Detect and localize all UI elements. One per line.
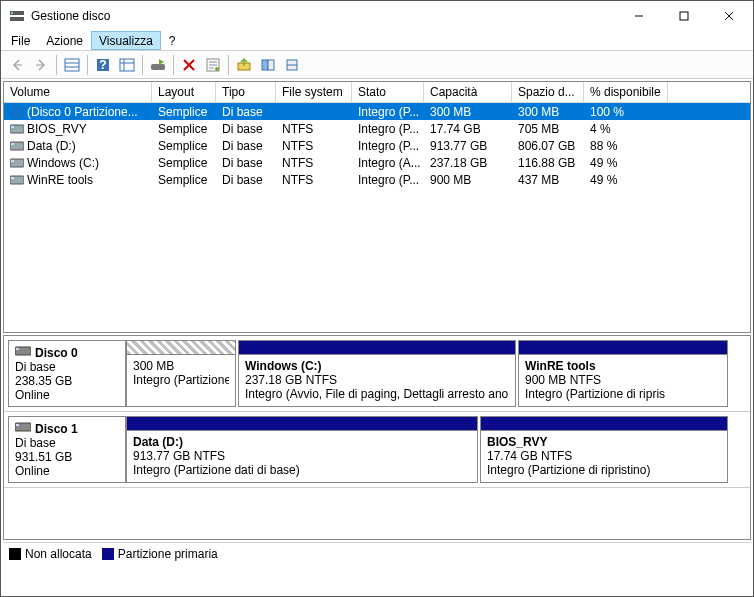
menu-help[interactable]: ?	[161, 31, 184, 50]
window-title: Gestione disco	[31, 9, 616, 23]
volume-row[interactable]: WinRE toolsSempliceDi baseNTFSIntegro (P…	[4, 171, 750, 188]
cell: NTFS	[276, 172, 352, 188]
menu-file[interactable]: File	[3, 31, 38, 50]
disk-row: Disco 1Di base931.51 GBOnlineData (D:)91…	[4, 412, 750, 488]
volume-icon	[10, 174, 24, 186]
column-header-freespace[interactable]: Spazio d...	[512, 82, 584, 102]
cell: 913.77 GB	[424, 138, 512, 154]
disk-info[interactable]: Disco 1Di base931.51 GBOnline	[8, 416, 126, 483]
disk-icon	[15, 421, 31, 436]
cell: Semplice	[152, 104, 216, 120]
volume-row[interactable]: (Disco 0 Partizione...SempliceDi baseInt…	[4, 103, 750, 120]
cell: 4 %	[584, 121, 668, 137]
close-button[interactable]	[706, 2, 751, 31]
svg-rect-35	[16, 424, 19, 426]
cell: 116.88 GB	[512, 155, 584, 171]
svg-rect-27	[11, 143, 14, 145]
column-header-type[interactable]: Tipo	[216, 82, 276, 102]
partition-box[interactable]: BIOS_RVY17.74 GB NTFSIntegro (Partizione…	[480, 416, 728, 483]
column-header-capacity[interactable]: Capacità	[424, 82, 512, 102]
svg-rect-19	[262, 60, 268, 70]
cell: Integro (P...	[352, 121, 424, 137]
disk-info[interactable]: Disco 0Di base238.35 GBOnline	[8, 340, 126, 407]
menu-view[interactable]: Visualizza	[91, 31, 161, 50]
toolbar: ?	[1, 51, 753, 79]
svg-rect-15	[151, 64, 165, 70]
svg-rect-7	[65, 59, 79, 71]
action1-button[interactable]	[232, 53, 256, 77]
volume-icon	[10, 123, 24, 135]
column-header-status[interactable]: Stato	[352, 82, 424, 102]
forward-button[interactable]	[29, 53, 53, 77]
hatched-icon	[10, 106, 24, 118]
back-button[interactable]	[5, 53, 29, 77]
svg-rect-1	[10, 17, 24, 21]
disk-row: Disco 0Di base238.35 GBOnline300 MBInteg…	[4, 336, 750, 412]
cell: Windows (C:)	[4, 155, 152, 171]
cell: 437 MB	[512, 172, 584, 188]
cell: Di base	[216, 121, 276, 137]
cell: Semplice	[152, 121, 216, 137]
volume-row[interactable]: Data (D:)SempliceDi baseNTFSIntegro (P..…	[4, 137, 750, 154]
maximize-button[interactable]	[661, 2, 706, 31]
refresh-button[interactable]	[146, 53, 170, 77]
cell: Integro (A...	[352, 155, 424, 171]
cell: 300 MB	[424, 104, 512, 120]
cell: Integro (P...	[352, 172, 424, 188]
svg-rect-23	[10, 106, 24, 118]
partition-box[interactable]: Data (D:)913.77 GB NTFSIntegro (Partizio…	[126, 416, 478, 483]
svg-rect-31	[11, 177, 14, 179]
cell: Integro (P...	[352, 138, 424, 154]
cell: Di base	[216, 155, 276, 171]
cell: Di base	[216, 104, 276, 120]
cell: 49 %	[584, 155, 668, 171]
cell: Semplice	[152, 172, 216, 188]
delete-button[interactable]	[177, 53, 201, 77]
menu-action[interactable]: Azione	[38, 31, 91, 50]
cell: 100 %	[584, 104, 668, 120]
cell: NTFS	[276, 138, 352, 154]
cell: 237.18 GB	[424, 155, 512, 171]
properties-button[interactable]	[201, 53, 225, 77]
svg-text:?: ?	[99, 58, 106, 72]
svg-rect-12	[120, 59, 134, 71]
action3-button[interactable]	[280, 53, 304, 77]
volume-list-header: VolumeLayoutTipoFile systemStatoCapacità…	[4, 82, 750, 103]
volume-list: VolumeLayoutTipoFile systemStatoCapacità…	[3, 81, 751, 333]
volume-list-body[interactable]: (Disco 0 Partizione...SempliceDi baseInt…	[4, 103, 750, 332]
cell: 88 %	[584, 138, 668, 154]
action2-button[interactable]	[256, 53, 280, 77]
cell: (Disco 0 Partizione...	[4, 104, 152, 120]
column-header-filesystem[interactable]: File system	[276, 82, 352, 102]
disk-map: Disco 0Di base238.35 GBOnline300 MBInteg…	[3, 335, 751, 540]
minimize-button[interactable]	[616, 2, 661, 31]
partition-box[interactable]: WinRE tools900 MB NTFSIntegro (Partizion…	[518, 340, 728, 407]
partition-box[interactable]: Windows (C:)237.18 GB NTFSIntegro (Avvio…	[238, 340, 516, 407]
cell: NTFS	[276, 121, 352, 137]
cell: Semplice	[152, 155, 216, 171]
column-header-volume[interactable]: Volume	[4, 82, 152, 102]
cell: NTFS	[276, 155, 352, 171]
legend-unallocated: Non allocata	[9, 547, 92, 561]
cell: Data (D:)	[4, 138, 152, 154]
column-header-pctfree[interactable]: % disponibile	[584, 82, 668, 102]
svg-rect-20	[268, 60, 274, 70]
partition-box[interactable]: 300 MBIntegro (Partizione di	[126, 340, 236, 407]
cell: Di base	[216, 172, 276, 188]
cell: Integro (P...	[352, 104, 424, 120]
view-detail-button[interactable]	[115, 53, 139, 77]
svg-rect-25	[11, 126, 14, 128]
column-header-layout[interactable]: Layout	[152, 82, 216, 102]
cell: 705 MB	[512, 121, 584, 137]
view-list-button[interactable]	[60, 53, 84, 77]
cell: 806.07 GB	[512, 138, 584, 154]
menu-bar: File Azione Visualizza ?	[1, 31, 753, 51]
help-button[interactable]: ?	[91, 53, 115, 77]
volume-row[interactable]: BIOS_RVYSempliceDi baseNTFSIntegro (P...…	[4, 120, 750, 137]
svg-rect-29	[11, 160, 14, 162]
volume-icon	[10, 157, 24, 169]
svg-point-17	[215, 67, 219, 71]
cell	[276, 111, 352, 113]
volume-icon	[10, 140, 24, 152]
volume-row[interactable]: Windows (C:)SempliceDi baseNTFSIntegro (…	[4, 154, 750, 171]
